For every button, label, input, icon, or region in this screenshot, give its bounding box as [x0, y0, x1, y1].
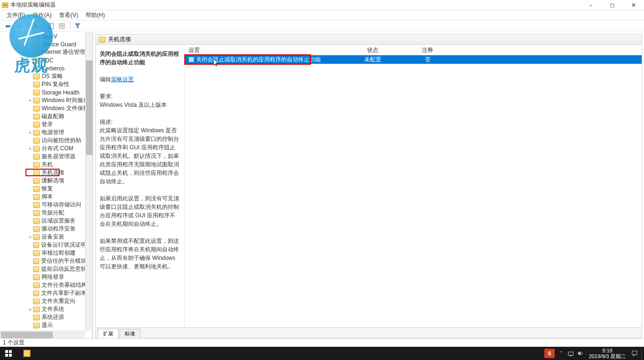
tree-expand-icon[interactable]: [27, 138, 33, 144]
col-header-setting[interactable]: 设置: [185, 45, 342, 55]
tree-expand-icon[interactable]: [27, 258, 33, 264]
minimize-button[interactable]: −: [580, 0, 601, 10]
tree-expand-icon[interactable]: [27, 291, 33, 296]
tree-expand-icon[interactable]: [27, 266, 33, 272]
tree-item[interactable]: 受信任的平台模块服: [0, 257, 92, 265]
tree-expand-icon[interactable]: >: [27, 34, 33, 39]
tree-expand-icon[interactable]: [27, 178, 33, 184]
taskbar-clock[interactable]: 9:18 2019/9/3 星期二: [585, 348, 630, 359]
tree-expand-icon[interactable]: [27, 82, 33, 87]
tree-item[interactable]: 文件分类基础结构: [0, 281, 92, 289]
nav-back-button[interactable]: ⬅: [3, 21, 13, 31]
tree-item[interactable]: 访问被拒绝协助: [0, 137, 92, 145]
tree-item[interactable]: 缓解选项: [0, 177, 92, 185]
tree-item[interactable]: >分布式 COM: [0, 145, 92, 153]
tree-item[interactable]: 系统还原: [0, 313, 92, 321]
tree-item[interactable]: Device Guard: [0, 40, 92, 48]
tree-expand-icon[interactable]: [27, 283, 33, 288]
tree-item[interactable]: 关机选项: [0, 169, 92, 177]
tree-item[interactable]: >App-V: [0, 32, 92, 40]
tree-item[interactable]: >电源管理: [0, 129, 92, 137]
tab-extended[interactable]: 扩展: [98, 329, 119, 338]
tree-item[interactable]: 关机: [0, 161, 92, 169]
tray-volume-icon[interactable]: [575, 347, 585, 360]
tree-expand-icon[interactable]: [27, 194, 33, 200]
tree-expand-icon[interactable]: [27, 154, 33, 160]
tree-item[interactable]: 可移动存储访问: [0, 201, 92, 209]
nav-forward-button[interactable]: ➡: [14, 21, 25, 31]
tree-item[interactable]: PIN 复杂性: [0, 80, 92, 88]
tree-expand-icon[interactable]: [27, 66, 33, 71]
menu-file[interactable]: 文件(F): [3, 10, 29, 20]
show-desktop-button[interactable]: [641, 347, 644, 360]
tree-item[interactable]: 文件共享影子副本提: [0, 289, 92, 297]
tree-expand-icon[interactable]: [27, 114, 33, 120]
edit-policy-link[interactable]: 策略设置: [111, 76, 134, 83]
tree-item[interactable]: Storage Health: [0, 88, 92, 96]
tree-expand-icon[interactable]: [27, 250, 33, 256]
action-center-icon[interactable]: [630, 347, 639, 360]
col-header-note[interactable]: 注释: [404, 45, 451, 55]
tree-expand-icon[interactable]: >: [27, 146, 33, 152]
tree-expand-icon[interactable]: [27, 226, 33, 232]
maximize-button[interactable]: ◻: [601, 0, 623, 10]
tree-expand-icon[interactable]: [27, 242, 33, 248]
up-button[interactable]: [30, 21, 40, 31]
tree-item[interactable]: >设备安装: [0, 233, 92, 241]
tree-item[interactable]: 凭据分配: [0, 209, 92, 217]
taskbar-app[interactable]: [17, 347, 37, 360]
tree-expand-icon[interactable]: >: [27, 50, 33, 55]
list-row[interactable]: 关闭会阻止或取消关机的应用程序的自动终止功能未配置否: [185, 55, 642, 64]
filter-button[interactable]: [72, 21, 83, 31]
tree-item[interactable]: >Internet 通信管理: [0, 48, 92, 56]
tree-item[interactable]: 服务器管理器: [0, 153, 92, 161]
tree-expand-icon[interactable]: >: [27, 98, 33, 103]
tree-expand-icon[interactable]: [27, 274, 33, 280]
tray-chevron-icon[interactable]: ˄: [557, 347, 566, 360]
tree-item[interactable]: 显示: [0, 321, 92, 329]
tree-item[interactable]: 提前启动反恶意软件: [0, 265, 92, 273]
tab-standard[interactable]: 标准: [120, 329, 140, 338]
splitter[interactable]: [93, 32, 95, 338]
tree-expand-icon[interactable]: [27, 122, 33, 128]
tree-expand-icon[interactable]: [27, 74, 33, 79]
tree-expand-icon[interactable]: [27, 58, 33, 63]
tree-expand-icon[interactable]: [27, 210, 33, 216]
tree-item[interactable]: 审核过程创建: [0, 249, 92, 257]
tree-expand-icon[interactable]: >: [27, 130, 33, 136]
tree-expand-icon[interactable]: [27, 162, 33, 168]
tree-item[interactable]: 网络登录: [0, 273, 92, 281]
tree-vertical-scrollbar[interactable]: [85, 32, 93, 331]
tree-item[interactable]: 设备运行状况证明服: [0, 241, 92, 249]
tree-item[interactable]: 脚本: [0, 193, 92, 201]
tree-expand-icon[interactable]: [27, 299, 33, 304]
tree-item[interactable]: >文件系统: [0, 305, 92, 313]
tree-item[interactable]: 文件夹重定向: [0, 297, 92, 305]
ime-indicator[interactable]: S: [544, 349, 555, 358]
tree-expand-icon[interactable]: [27, 218, 33, 224]
tree-item[interactable]: 登录: [0, 120, 92, 129]
tree-expand-icon[interactable]: [27, 170, 33, 176]
tree-expand-icon[interactable]: [27, 323, 33, 328]
menu-action[interactable]: 操作(A): [29, 10, 55, 20]
tree-item[interactable]: Kerberos: [0, 64, 92, 72]
tree-expand-icon[interactable]: >: [27, 234, 33, 240]
menu-help[interactable]: 帮助(H): [82, 10, 109, 20]
tree-expand-icon[interactable]: [27, 186, 33, 192]
tree-item[interactable]: 恢复: [0, 185, 92, 193]
tree-item[interactable]: Windows 文件保护: [0, 104, 92, 112]
close-button[interactable]: ✕: [623, 0, 644, 10]
tree-item[interactable]: >Windows 时间服务: [0, 96, 92, 104]
start-button[interactable]: [0, 347, 17, 360]
tree-item[interactable]: 磁盘配额: [0, 112, 92, 120]
tree-item[interactable]: 驱动程序安装: [0, 225, 92, 233]
tree-expand-icon[interactable]: [27, 90, 33, 95]
tree-item[interactable]: KDC: [0, 56, 92, 64]
col-header-status[interactable]: 状态: [342, 45, 404, 55]
menu-view[interactable]: 查看(V): [55, 10, 82, 20]
tree-expand-icon[interactable]: >: [27, 307, 33, 312]
tray-network-icon[interactable]: [566, 347, 575, 360]
tree-item[interactable]: 区域设置服务: [0, 217, 92, 225]
tree-horizontal-scrollbar[interactable]: [0, 331, 85, 338]
tree-expand-icon[interactable]: [27, 202, 33, 208]
